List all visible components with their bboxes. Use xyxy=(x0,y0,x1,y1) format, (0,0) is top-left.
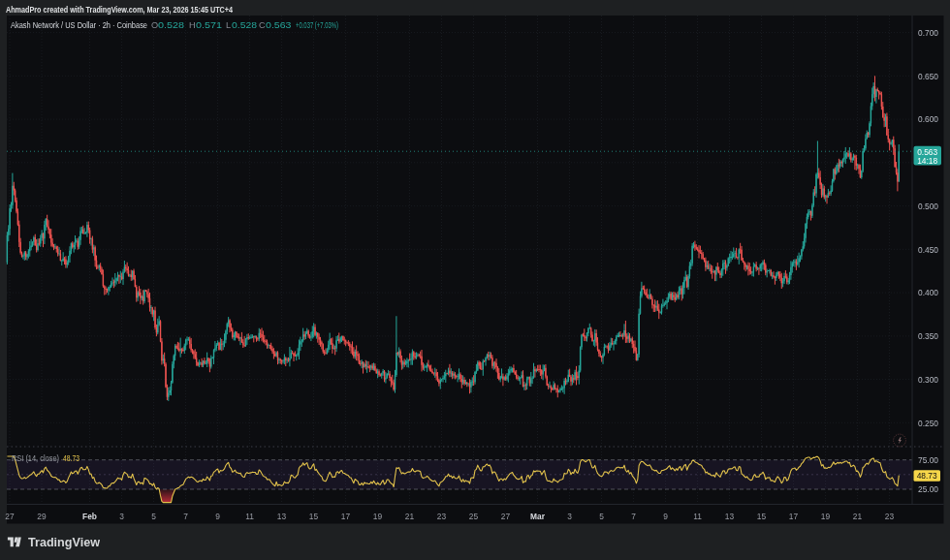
svg-text:5: 5 xyxy=(599,512,604,521)
svg-text:0.600: 0.600 xyxy=(918,114,938,124)
svg-text:H: H xyxy=(189,20,196,30)
svg-text:0.700: 0.700 xyxy=(918,28,938,38)
svg-text:13: 13 xyxy=(277,512,287,521)
svg-text:0.350: 0.350 xyxy=(918,331,938,341)
svg-text:13: 13 xyxy=(725,512,735,521)
svg-text:9: 9 xyxy=(215,512,220,521)
svg-text:15: 15 xyxy=(309,512,319,521)
svg-text:48.73: 48.73 xyxy=(917,471,937,481)
svg-text:21: 21 xyxy=(853,512,863,521)
svg-text:0.300: 0.300 xyxy=(918,375,938,385)
svg-text:9: 9 xyxy=(663,512,668,521)
svg-text:75.00: 75.00 xyxy=(918,455,938,465)
svg-text:15: 15 xyxy=(757,512,767,521)
svg-text:0.571: 0.571 xyxy=(196,20,222,30)
svg-text:19: 19 xyxy=(821,512,831,521)
svg-text:27: 27 xyxy=(501,512,511,521)
svg-text:C: C xyxy=(259,20,266,30)
svg-text:27: 27 xyxy=(5,512,15,521)
svg-text:3: 3 xyxy=(119,512,124,521)
svg-text:0.528: 0.528 xyxy=(232,20,257,30)
svg-text:3: 3 xyxy=(567,512,572,521)
svg-text:0.400: 0.400 xyxy=(918,288,938,297)
svg-text:7: 7 xyxy=(631,512,636,521)
svg-text:29: 29 xyxy=(37,512,47,521)
svg-text:0.450: 0.450 xyxy=(918,245,938,255)
svg-text:AhmadPro created with TradingV: AhmadPro created with TradingView.com, M… xyxy=(6,5,233,15)
svg-text:Mar: Mar xyxy=(530,512,546,521)
svg-text:0.650: 0.650 xyxy=(918,72,938,81)
svg-text:23: 23 xyxy=(437,512,447,521)
svg-text:25: 25 xyxy=(469,512,479,521)
svg-text:RSI (14, close): RSI (14, close) xyxy=(12,453,59,463)
svg-text:19: 19 xyxy=(373,512,383,521)
svg-text:Feb: Feb xyxy=(82,512,97,521)
svg-text:14:18: 14:18 xyxy=(917,156,937,166)
svg-text:48.73: 48.73 xyxy=(63,453,79,463)
svg-text:Akash Network / US Dollar · 2h: Akash Network / US Dollar · 2h · Coinbas… xyxy=(11,20,147,30)
svg-text:11: 11 xyxy=(245,512,254,521)
svg-text:17: 17 xyxy=(789,512,799,521)
svg-text:21: 21 xyxy=(405,512,415,521)
svg-text:17: 17 xyxy=(341,512,351,521)
svg-text:0.563: 0.563 xyxy=(266,20,292,30)
svg-text:+0.037 (+7.03%): +0.037 (+7.03%) xyxy=(296,20,338,30)
svg-text:7: 7 xyxy=(183,512,188,521)
svg-text:L: L xyxy=(226,20,231,30)
svg-text:0.528: 0.528 xyxy=(158,20,184,30)
svg-text:11: 11 xyxy=(693,512,702,521)
svg-text:23: 23 xyxy=(885,512,895,521)
svg-text:0.250: 0.250 xyxy=(918,419,938,428)
svg-text:5: 5 xyxy=(151,512,156,521)
svg-text:25.00: 25.00 xyxy=(918,484,938,494)
svg-text:0.500: 0.500 xyxy=(918,202,938,211)
svg-text:TradingView: TradingView xyxy=(28,535,101,549)
